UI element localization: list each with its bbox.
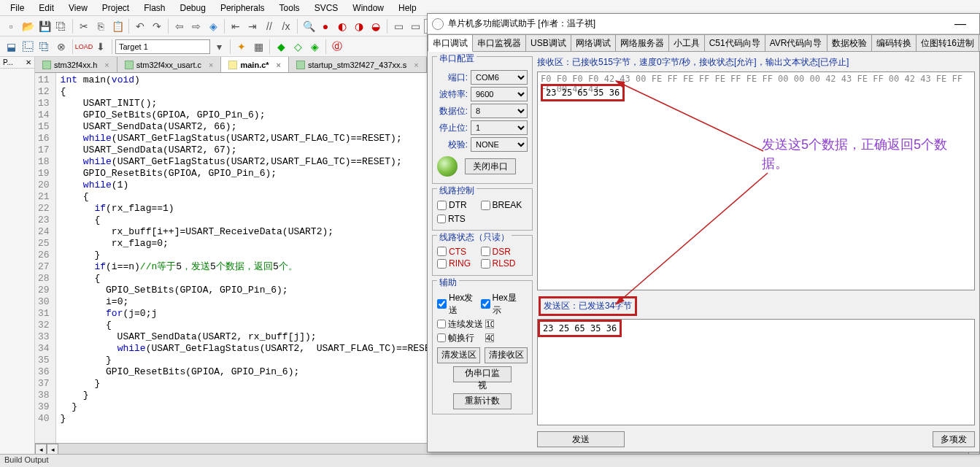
minimize-icon[interactable]: — [946,18,975,31]
hex-send-checkbox[interactable] [437,299,447,309]
menu-svcs[interactable]: SVCS [307,1,346,15]
nav-back-icon[interactable]: ⇦ [171,18,188,34]
manage2-icon[interactable]: ◇ [290,39,306,55]
cont-send-checkbox[interactable] [437,320,446,328]
menu-project[interactable]: Project [95,1,136,15]
load-icon[interactable]: LOAD [76,39,92,55]
bp3-icon[interactable]: ◑ [351,18,367,34]
menu-debug[interactable]: Debug [173,1,213,15]
comment-icon[interactable]: // [261,18,277,34]
undo-icon[interactable]: ↶ [132,18,148,34]
menu-tools[interactable]: Tools [272,1,307,15]
recv-textbox[interactable]: F0 F0 F0 F0 42 43 00 FE FF FE FF FE FF F… [537,72,975,290]
stop-build-icon[interactable]: ⊗ [53,39,69,55]
target-drop-icon[interactable]: ▾ [211,39,227,55]
menu-peripherals[interactable]: Peripherals [213,1,272,15]
dialog-tab[interactable]: 串口监视器 [472,34,526,51]
manage-icon[interactable]: ◆ [273,39,289,55]
port-select[interactable]: COM6 [471,70,528,85]
rlsd-checkbox [481,259,490,269]
file-icon [296,61,305,69]
dtr-checkbox[interactable] [437,201,447,210]
scroll-left-icon[interactable]: ◂ [35,444,47,455]
file-icon [42,61,51,69]
indent-in-icon[interactable]: ⇥ [244,18,261,34]
pane-close-icon[interactable]: ✕ [26,58,31,66]
bp4-icon[interactable]: ◒ [368,18,384,34]
dialog-tab[interactable]: C51代码向导 [704,34,765,51]
menu-flash[interactable]: Flash [136,1,172,15]
scroll-left2-icon[interactable]: ◂ [47,444,58,455]
menu-edit[interactable]: Edit [31,1,61,15]
file-tab[interactable]: stm32f4xx.h× [35,57,117,72]
win2-icon[interactable]: ▭ [407,18,423,34]
save-icon[interactable]: 💾 [36,18,53,34]
download-icon[interactable]: ⬇ [93,39,109,55]
bookmark-icon[interactable]: ◈ [205,18,221,34]
linebreak-checkbox[interactable] [437,333,446,342]
target-combo[interactable] [115,39,210,54]
opt2-icon[interactable]: ▦ [250,39,266,55]
multi-send-button[interactable]: 多项发 [933,431,975,447]
aux-group: 辅助 Hex发送Hex显示 连续发送 帧换行 清发送区清接收区 伪串口监视 重新… [432,280,533,414]
dialog-tab[interactable]: 串口调试 [428,34,473,52]
buildall-icon[interactable]: ⿻ [36,39,53,55]
dialog-tab[interactable]: 数据校验 [827,34,872,51]
break-checkbox[interactable] [481,201,490,210]
debug-icon[interactable]: ⓓ [329,39,345,55]
opt-icon[interactable]: ✦ [234,39,250,55]
linebreak-input[interactable] [485,333,494,342]
dialog-tab[interactable]: 位图转16进制 [916,34,979,51]
open-icon[interactable]: 📂 [20,18,36,34]
file-tab[interactable]: startup_stm32f427_437xx.s× [289,57,427,72]
bp-icon[interactable]: ● [317,18,333,34]
rts-checkbox[interactable] [437,215,446,223]
copy-icon[interactable]: ⎘ [93,18,109,34]
dialog-tab[interactable]: USB调试 [525,34,571,51]
parity-select[interactable]: NONE [471,137,528,152]
dialog-tab[interactable]: 小工具 [668,34,705,51]
hex-show-checkbox[interactable] [481,299,490,309]
tab-close-icon[interactable]: × [104,61,109,69]
tab-close-icon[interactable]: × [209,61,213,69]
saveall-icon[interactable]: ⿻ [53,18,69,34]
build-icon[interactable]: ⬓ [3,39,19,55]
menu-window[interactable]: Window [345,1,391,15]
dialog-tab[interactable]: 网络服务器 [615,34,669,51]
menu-file[interactable]: File [3,1,31,15]
dialog-tab[interactable]: 编码转换 [871,34,917,51]
stopbits-select[interactable]: 1 [471,120,528,135]
uncomment-icon[interactable]: /x [278,18,294,34]
dialog-tab[interactable]: AVR代码向导 [765,34,827,51]
new-icon[interactable]: ▫ [3,18,19,34]
clear-recv-button[interactable]: 清接收区 [485,347,528,363]
clear-send-button[interactable]: 清发送区 [437,347,480,363]
fake-monitor-button[interactable]: 伪串口监视 [453,366,512,382]
dialog-tab[interactable]: 网络调试 [571,34,616,51]
nav-fwd-icon[interactable]: ⇨ [188,18,204,34]
bp2-icon[interactable]: ◐ [334,18,350,34]
tab-close-icon[interactable]: × [414,61,418,69]
tab-close-icon[interactable]: × [277,61,281,69]
recount-button[interactable]: 重新计数 [453,393,512,409]
indent-out-icon[interactable]: ⇤ [228,18,244,34]
redo-icon[interactable]: ↷ [149,18,165,34]
code-content[interactable]: int main(void){ USART_INIT(); GPIO_SetBi… [56,73,448,443]
cut-icon[interactable]: ✂ [76,18,92,34]
file-tab[interactable]: stm32f4xx_usart.c× [117,57,222,72]
find-icon[interactable]: 🔍 [301,18,317,34]
cont-interval-input[interactable] [485,320,494,328]
rebuild-icon[interactable]: ⿺ [20,39,36,55]
paste-icon[interactable]: 📋 [109,18,126,34]
win1-icon[interactable]: ▭ [390,18,406,34]
baud-select[interactable]: 9600 [471,87,528,101]
menu-help[interactable]: Help [391,1,424,15]
file-tab[interactable]: main.c*× [221,57,289,72]
send-button[interactable]: 发送 [537,431,625,447]
databits-select[interactable]: 8 [471,104,528,118]
close-port-button[interactable]: 关闭串口 [465,158,516,174]
dialog-titlebar[interactable]: 单片机多功能调试助手 [作者：温子祺] — [428,14,979,34]
menu-view[interactable]: View [61,1,95,15]
manage3-icon[interactable]: ◈ [306,39,323,55]
send-textbox[interactable]: 23 25 65 35 36 [537,319,975,425]
